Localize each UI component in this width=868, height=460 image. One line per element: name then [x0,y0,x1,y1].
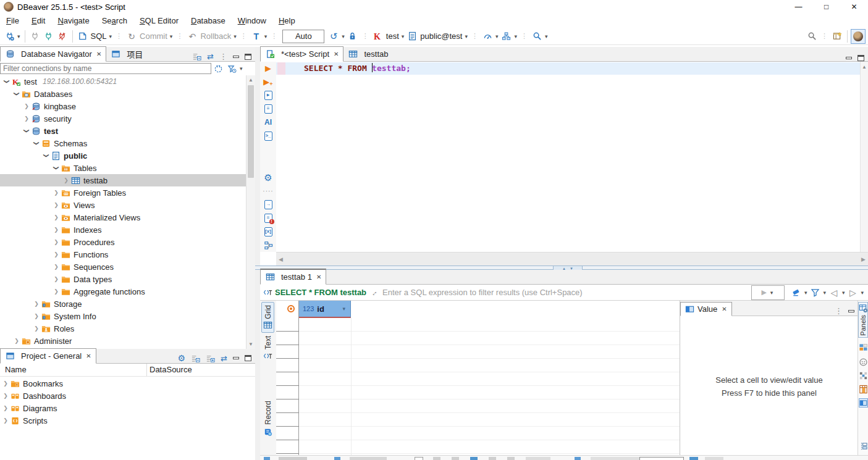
show-problems-icon[interactable]: ≡! [260,211,276,225]
sql-editor-icon[interactable] [77,30,89,43]
search-icon[interactable] [531,30,543,43]
close-icon[interactable]: ✕ [334,51,339,57]
ai-assistant-icon[interactable]: AI [260,115,276,129]
minimize-panel-icon[interactable] [233,56,239,58]
connection-dropdown-icon[interactable]: ▾ [402,33,405,40]
apply-filter-dropdown-icon[interactable]: ▾ [770,290,773,296]
maximize-panel-icon[interactable] [245,54,251,60]
active-schema-button[interactable]: public@test [420,31,462,41]
calc-panel-icon[interactable] [859,385,868,394]
tree-item-test[interactable]: ❯Ktest192.168.100.60:54321 [0,75,246,88]
editor-vertical-scrollbar[interactable]: ▲ [860,62,868,252]
menu-sql-editor[interactable]: SQL Editor [133,14,185,28]
forward-dropdown-icon[interactable]: ▾ [861,290,864,296]
scroll-up-icon[interactable]: ▲ [246,77,255,83]
link-with-editor-icon[interactable]: ⇄ [207,52,214,61]
chevron-collapsed-icon[interactable]: ❯ [52,251,61,257]
menu-file[interactable]: File [0,14,25,28]
menu-window[interactable]: Window [232,14,272,28]
scrollbar-thumb[interactable] [248,85,254,178]
tree-item-indexes[interactable]: ❯Indexes [0,224,246,236]
navigator-scrollbar[interactable]: ▲ ▼ [246,75,255,349]
scroll-right-icon[interactable]: ▶ [861,256,866,262]
execute-new-tab-icon[interactable]: ▶+ [260,75,276,89]
chevron-collapsed-icon[interactable]: ❯ [1,417,10,424]
chevron-collapsed-icon[interactable]: ❯ [1,393,10,399]
chevron-expanded-icon[interactable]: ❯ [14,90,20,98]
active-schema-icon[interactable] [406,30,418,43]
active-connection-icon[interactable]: K [372,30,384,43]
metadata-panel-icon[interactable] [859,343,868,352]
tab-projects[interactable]: 项目 [106,47,147,61]
tab-database-navigator[interactable]: Database Navigator ✕ [0,46,106,62]
apply-filter-icon[interactable]: ▶ [761,288,766,296]
column-dropdown-icon[interactable]: ▾ [342,306,345,312]
search-dropdown-icon[interactable]: ▾ [545,33,548,40]
rollback-button[interactable]: Rollback [200,31,231,41]
schema-dropdown-icon[interactable]: ▾ [465,33,468,40]
link-with-editor-icon[interactable]: ⇄ [221,354,227,363]
tree-item-aggregate-functions[interactable]: ❯Aggregate functions [0,285,246,298]
results-grid[interactable]: 123 id ▾ [299,301,680,455]
column-divider[interactable] [146,364,147,376]
lock-icon[interactable] [347,30,359,43]
tree-item-foreign-tables[interactable]: ❯Foreign Tables [0,186,246,199]
menu-help[interactable]: Help [272,14,301,28]
tree-item-roles[interactable]: ❯Roles [0,322,246,335]
panel-sash[interactable] [255,47,260,460]
tab-project-general[interactable]: Project - General ✕ [0,348,96,364]
collapse-all-icon[interactable] [192,52,201,61]
close-icon[interactable]: ✕ [86,353,91,359]
open-perspective-icon[interactable] [831,30,843,43]
chevron-collapsed-icon[interactable]: ❯ [32,313,41,319]
menu-navigate[interactable]: Navigate [51,14,95,28]
sql-editor-button[interactable]: SQL [91,31,107,41]
chevron-expanded-icon[interactable]: ❯ [53,164,59,172]
sql-editor-dropdown-icon[interactable]: ▾ [109,33,112,40]
layout-settings-icon[interactable] [859,441,868,451]
project-item-dashboards[interactable]: ❯Dashboards [0,390,255,402]
history-back-icon[interactable]: ◁ [828,286,840,299]
tree-item-tables[interactable]: ❯Tables [0,162,246,174]
editor-horizontal-scrollbar[interactable]: ◀ ▶ [276,252,868,266]
dashboard-icon[interactable] [481,30,494,43]
tree-item-procedures[interactable]: ❯Procedures [0,236,246,248]
chevron-collapsed-icon[interactable]: ❯ [52,202,61,208]
chevron-collapsed-icon[interactable]: ❯ [52,190,61,196]
tree-item-system-info[interactable]: ❯iSystem Info [0,310,246,322]
chevron-collapsed-icon[interactable]: ❯ [1,380,10,387]
editor-results-splitter[interactable]: ▲ ▼ [255,266,868,270]
editor-settings-gear-icon[interactable]: ⚙ [260,171,276,185]
tree-item-views[interactable]: ❯Views [0,199,246,211]
grouping-panel-icon[interactable] [859,358,868,367]
tasks-icon[interactable] [500,30,513,43]
commit-dropdown-icon[interactable]: ▾ [170,33,173,40]
chevron-collapsed-icon[interactable]: ❯ [52,288,61,295]
rollback-icon[interactable]: ↶ [186,30,198,43]
output-console-icon[interactable]: [x] [260,225,276,238]
transaction-dropdown-icon[interactable]: ▾ [264,33,268,40]
collapse-all-icon[interactable] [191,354,200,363]
tree-item-public[interactable]: ❯public [0,149,246,162]
view-menu-icon[interactable]: ⋮ [219,52,227,61]
menu-search[interactable]: Search [96,14,133,28]
new-connection-icon[interactable] [3,30,15,43]
dashboard-dropdown-icon[interactable]: ▾ [495,33,499,40]
minimize-panel-icon[interactable] [846,57,852,59]
maximize-panel-icon[interactable] [857,55,864,61]
chevron-expanded-icon[interactable]: ❯ [23,127,30,135]
execution-plan-icon[interactable] [260,238,276,252]
tree-item-security[interactable]: ❯security [0,112,246,125]
menu-database[interactable]: Database [185,14,232,28]
window-close-button[interactable]: ✕ [840,0,868,14]
disconnect-all-icon[interactable] [56,30,69,43]
sql-console-icon[interactable]: >_ [260,129,276,143]
window-minimize-button[interactable]: — [785,0,812,14]
tasks-dropdown-icon[interactable]: ▾ [515,33,518,40]
transaction-log-icon[interactable]: ↺ [327,30,340,43]
refresh-execute-box[interactable]: ▶ ▾ [751,285,785,300]
back-dropdown-icon[interactable]: ▾ [842,290,845,296]
script-statements-icon[interactable]: ≡ [260,102,276,115]
value-panel-toggle-icon[interactable] [859,398,868,408]
sql-statement[interactable]: SELECT * FROM testtab; [304,63,411,73]
